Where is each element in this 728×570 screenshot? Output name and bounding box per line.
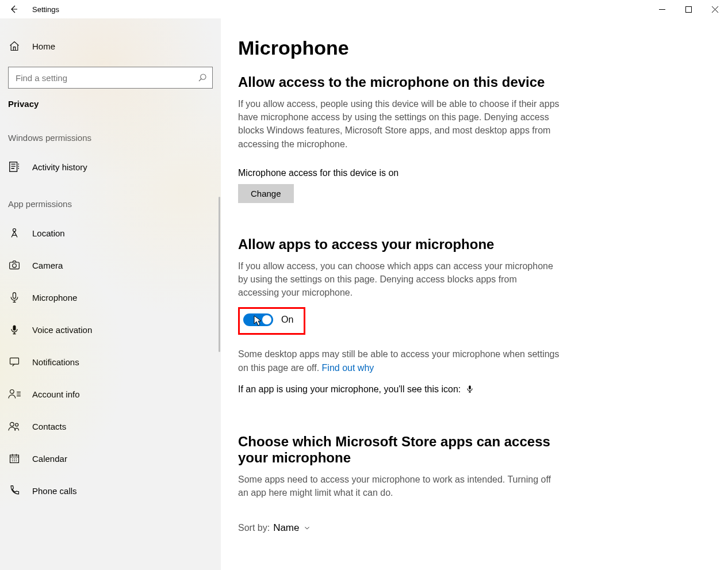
- home-nav[interactable]: Home: [0, 30, 221, 62]
- nav-label: Notifications: [32, 357, 79, 367]
- nav-notifications[interactable]: Notifications: [0, 346, 221, 378]
- nav-account-info[interactable]: Account info: [0, 378, 221, 410]
- contacts-icon: [8, 420, 21, 432]
- nav-camera[interactable]: Camera: [0, 249, 221, 281]
- sort-by-control[interactable]: Sort by: Name: [238, 522, 711, 534]
- group-app-permissions: App permissions: [0, 183, 221, 217]
- svg-point-10: [10, 422, 14, 426]
- nav-label: Account info: [32, 389, 80, 399]
- nav-label: Camera: [32, 261, 63, 270]
- content-pane: Microphone Allow access to the microphon…: [221, 18, 728, 570]
- calendar-icon: [8, 453, 21, 464]
- activity-history-icon: [8, 160, 21, 173]
- device-access-status: Microphone access for this device is on: [238, 168, 711, 178]
- nav-label: Contacts: [32, 422, 66, 431]
- nav-label: Phone calls: [32, 486, 77, 496]
- cursor-icon: [254, 315, 263, 327]
- sort-value: Name: [273, 522, 299, 534]
- group-windows-permissions: Windows permissions: [0, 117, 221, 151]
- account-info-icon: [8, 388, 21, 400]
- minimize-button[interactable]: [649, 0, 675, 18]
- svg-point-5: [13, 264, 17, 268]
- nav-label: Microphone: [32, 293, 77, 303]
- privacy-header: Privacy: [0, 99, 221, 117]
- phone-calls-icon: [8, 485, 21, 496]
- mic-in-use-note: If an app is using your microphone, you'…: [238, 382, 560, 396]
- nav-label: Location: [32, 228, 65, 238]
- minimize-icon: [659, 6, 665, 13]
- nav-phone-calls[interactable]: Phone calls: [0, 475, 221, 507]
- nav-location[interactable]: Location: [0, 217, 221, 249]
- nav-calendar[interactable]: Calendar: [0, 442, 221, 475]
- nav-contacts[interactable]: Contacts: [0, 410, 221, 442]
- toggle-highlight-box: On: [238, 307, 305, 335]
- svg-rect-0: [685, 6, 691, 12]
- notifications-icon: [8, 356, 21, 368]
- sidebar: Home Privacy Windows permissions Activit…: [0, 18, 221, 570]
- nav-label: Activity history: [32, 162, 87, 172]
- search-input[interactable]: [8, 67, 213, 89]
- section-allow-apps-body: If you allow access, you can choose whic…: [238, 259, 560, 300]
- nav-activity-history[interactable]: Activity history: [0, 151, 221, 183]
- section-allow-apps-heading: Allow apps to access your microphone: [238, 236, 711, 253]
- svg-rect-7: [13, 326, 16, 331]
- home-icon: [8, 40, 21, 52]
- svg-point-11: [16, 423, 18, 426]
- section-allow-device-access-body: If you allow access, people using this d…: [238, 97, 560, 151]
- home-label: Home: [32, 41, 55, 51]
- svg-point-1: [201, 74, 206, 79]
- search-icon: [198, 73, 207, 82]
- voice-activation-icon: [8, 324, 21, 335]
- maximize-icon: [685, 6, 692, 13]
- location-icon: [8, 227, 21, 239]
- sidebar-scrollbar-thumb[interactable]: [219, 197, 220, 352]
- svg-rect-4: [10, 262, 20, 269]
- close-icon: [712, 6, 718, 13]
- sort-label: Sort by:: [238, 523, 270, 533]
- maximize-button[interactable]: [675, 0, 702, 18]
- allow-apps-toggle[interactable]: [243, 313, 273, 326]
- titlebar: Settings: [0, 0, 728, 18]
- nav-voice-activation[interactable]: Voice activation: [0, 313, 221, 346]
- svg-point-9: [10, 390, 14, 394]
- back-button[interactable]: [0, 0, 28, 18]
- desktop-apps-note: Some desktop apps may still be able to a…: [238, 347, 560, 374]
- svg-point-3: [13, 229, 16, 232]
- toggle-state-label: On: [281, 315, 293, 325]
- microphone-icon: [8, 292, 21, 303]
- camera-icon: [8, 259, 21, 271]
- section-choose-apps-body: Some apps need to access your microphone…: [238, 473, 560, 499]
- svg-rect-6: [13, 293, 16, 299]
- nav-label: Calendar: [32, 454, 67, 464]
- change-button[interactable]: Change: [238, 184, 294, 203]
- svg-rect-2: [10, 162, 17, 172]
- svg-rect-13: [469, 385, 471, 389]
- close-button[interactable]: [702, 0, 728, 18]
- back-arrow-icon: [9, 5, 18, 14]
- microphone-tray-icon: [466, 384, 474, 393]
- nav-label: Voice activation: [32, 325, 92, 335]
- page-title: Microphone: [238, 37, 711, 59]
- section-allow-device-access-heading: Allow access to the microphone on this d…: [238, 74, 711, 90]
- nav-microphone[interactable]: Microphone: [0, 281, 221, 313]
- window-title: Settings: [28, 5, 59, 14]
- svg-rect-8: [10, 358, 19, 364]
- chevron-down-icon: [303, 524, 311, 532]
- section-choose-apps-heading: Choose which Microsoft Store apps can ac…: [238, 434, 560, 466]
- search-wrap: [8, 67, 213, 89]
- toggle-knob: [262, 315, 271, 324]
- find-out-why-link[interactable]: Find out why: [322, 363, 374, 373]
